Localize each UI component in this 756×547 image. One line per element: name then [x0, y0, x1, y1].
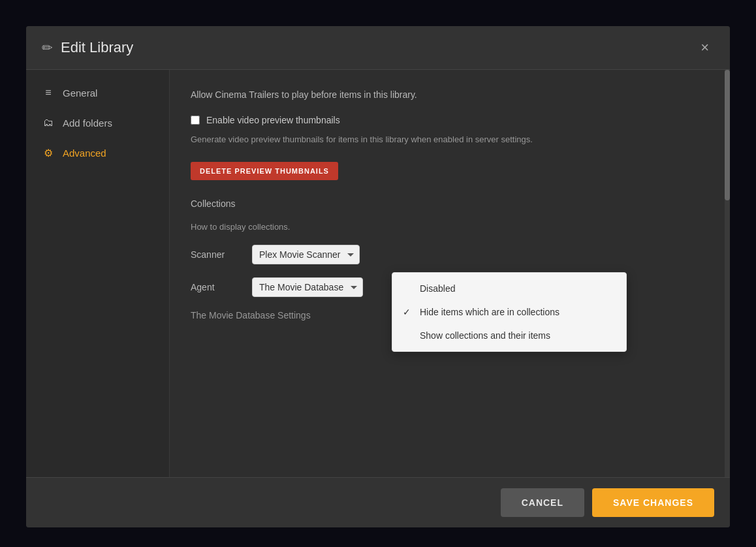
modal-footer: CANCEL SAVE CHANGES	[26, 477, 730, 527]
modal-header: ✏ Edit Library ×	[26, 26, 730, 70]
dropdown-label-disabled: Disabled	[420, 283, 455, 294]
agent-select[interactable]: The Movie Database Plex Movie	[252, 277, 363, 297]
cinema-trailers-text: Allow Cinema Trailers to play before ite…	[191, 88, 709, 102]
sidebar-item-add-folders[interactable]: 🗂 Add folders	[26, 108, 169, 138]
collections-row: Collections	[191, 198, 709, 209]
dropdown-item-disabled[interactable]: Disabled	[392, 277, 626, 300]
scrollbar-thumb[interactable]	[725, 70, 730, 200]
sidebar-label-general: General	[63, 87, 97, 99]
enable-preview-checkbox[interactable]	[191, 116, 200, 125]
save-button[interactable]: SAVE CHANGES	[592, 488, 714, 517]
sidebar: ≡ General 🗂 Add folders ⚙ Advanced	[26, 70, 170, 477]
delete-preview-button[interactable]: DELETE PREVIEW THUMBNAILS	[191, 162, 338, 180]
scrollbar[interactable]	[725, 70, 730, 477]
folders-icon: 🗂	[42, 117, 55, 129]
dropdown-item-hide[interactable]: ✓ Hide items which are in collections	[392, 300, 626, 324]
modal: ✏ Edit Library × ≡ General 🗂 Add folders…	[26, 26, 730, 527]
cancel-button[interactable]: CANCEL	[501, 488, 584, 517]
scanner-label: Scanner	[191, 249, 243, 260]
modal-title-area: ✏ Edit Library	[42, 39, 133, 56]
dropdown-label-show: Show collections and their items	[420, 330, 550, 341]
sidebar-item-general[interactable]: ≡ General	[26, 78, 169, 108]
dropdown-item-show[interactable]: Show collections and their items	[392, 324, 626, 347]
generate-text: Generate video preview thumbnails for it…	[191, 133, 709, 146]
pencil-icon: ✏	[42, 40, 53, 55]
content-area: Allow Cinema Trailers to play before ite…	[170, 70, 730, 477]
collections-dropdown: Disabled ✓ Hide items which are in colle…	[392, 272, 627, 352]
agent-label: Agent	[191, 282, 243, 292]
enable-preview-label: Enable video preview thumbnails	[206, 115, 340, 125]
dropdown-label-hide: Hide items which are in collections	[420, 307, 559, 317]
enable-preview-row: Enable video preview thumbnails	[191, 115, 709, 125]
scanner-select[interactable]: Plex Movie Scanner Plex Music Scanner	[252, 245, 360, 264]
close-button[interactable]: ×	[695, 38, 714, 57]
modal-body: ≡ General 🗂 Add folders ⚙ Advanced Allow…	[26, 70, 730, 477]
modal-title: Edit Library	[61, 39, 133, 56]
gear-icon: ⚙	[42, 147, 55, 159]
sidebar-label-add-folders: Add folders	[63, 117, 112, 129]
general-icon: ≡	[42, 87, 55, 99]
scanner-row: Scanner Plex Movie Scanner Plex Music Sc…	[191, 245, 709, 264]
sidebar-label-advanced: Advanced	[63, 148, 106, 159]
collections-label: Collections	[191, 198, 235, 209]
sidebar-item-advanced[interactable]: ⚙ Advanced	[26, 138, 169, 168]
check-hide: ✓	[403, 307, 413, 317]
how-to-display-text: How to display collections.	[191, 222, 709, 232]
